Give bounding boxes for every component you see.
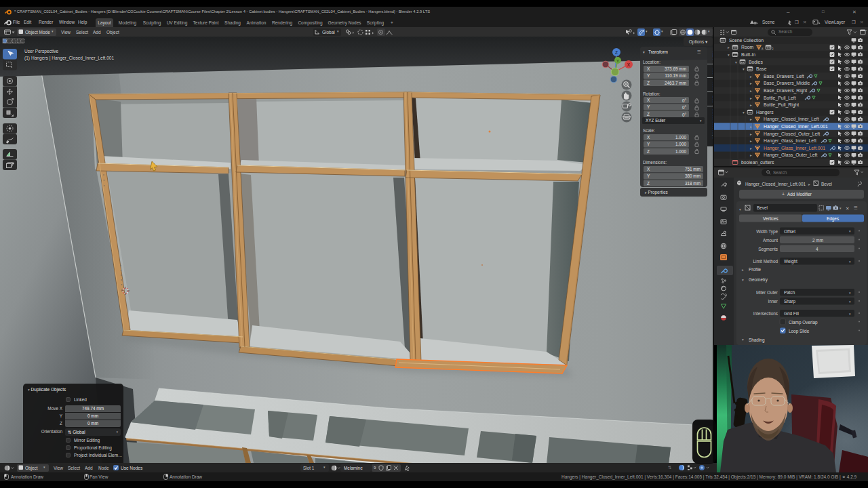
svg-text:Scene Collection: Scene Collection <box>729 38 764 43</box>
svg-text:Y: Y <box>647 73 650 78</box>
svg-text:Sharp: Sharp <box>784 299 795 304</box>
svg-text:Search: Search <box>773 170 787 175</box>
svg-text:Y: Y <box>647 174 650 178</box>
svg-text:Bottle_Pull_Right: Bottle_Pull_Right <box>764 102 799 108</box>
svg-text:▾: ▾ <box>743 67 745 71</box>
svg-text:▸: ▸ <box>728 45 730 49</box>
svg-text:Edges: Edges <box>827 216 839 222</box>
svg-text:Bottle_Pull_Left: Bottle_Pull_Left <box>764 96 796 101</box>
svg-text:▸: ▸ <box>750 132 752 136</box>
svg-text:Hangers: Hangers <box>756 110 774 115</box>
svg-text:▾: ▾ <box>743 110 745 115</box>
svg-text:▸: ▸ <box>750 103 752 107</box>
svg-text:▸: ▸ <box>750 96 752 100</box>
svg-text:Y: Y <box>647 104 650 109</box>
svg-text:Z: Z <box>647 149 650 154</box>
svg-text:4: 4 <box>816 247 818 251</box>
svg-text:1.000: 1.000 <box>675 142 686 146</box>
svg-text:☰: ☰ <box>854 205 858 210</box>
svg-text:380 mm: 380 mm <box>685 174 701 178</box>
svg-text:Bevel: Bevel <box>757 205 768 210</box>
svg-text:Built-In: Built-In <box>741 52 755 57</box>
svg-text:Location:: Location: <box>643 60 660 64</box>
svg-text:Y: Y <box>616 59 619 63</box>
svg-text:Transform: Transform <box>648 49 668 54</box>
svg-text:Scale:: Scale: <box>643 128 655 133</box>
svg-text:373.69 mm: 373.69 mm <box>665 66 686 71</box>
svg-text:▾: ▾ <box>735 60 737 64</box>
svg-text:Miter Outer: Miter Outer <box>756 290 778 295</box>
svg-text:Base_Drawers_Left: Base_Drawers_Left <box>764 74 804 79</box>
svg-text:▸: ▸ <box>742 268 744 272</box>
svg-text:Rotation:: Rotation: <box>643 92 660 96</box>
svg-text:Z: Z <box>615 50 618 55</box>
svg-text:Hanger_Glass_Inner_Left.001: Hanger_Glass_Inner_Left.001 <box>764 146 825 151</box>
svg-text:boolean_cutters: boolean_cutters <box>741 160 774 165</box>
svg-text:X: X <box>647 167 650 171</box>
svg-text:▾: ▾ <box>643 50 645 54</box>
svg-text:1.000: 1.000 <box>675 135 686 140</box>
svg-text:▾: ▾ <box>742 278 744 282</box>
svg-text:Patch: Patch <box>784 290 795 295</box>
svg-text:2463.7 mm: 2463.7 mm <box>665 81 686 85</box>
svg-text:▸: ▸ <box>750 125 752 129</box>
svg-text:Z: Z <box>647 112 650 117</box>
svg-text:Hanger_Closed_Inner_Left.001: Hanger_Closed_Inner_Left.001 <box>745 182 806 187</box>
svg-text:▸: ▸ <box>750 75 752 79</box>
svg-text:▸: ▸ <box>750 89 752 93</box>
svg-text:Amount: Amount <box>763 238 778 243</box>
svg-text:1.000: 1.000 <box>675 149 686 154</box>
svg-text:Loop Slide: Loop Slide <box>789 329 810 334</box>
svg-text:Offset: Offset <box>784 229 795 234</box>
svg-text:Weight: Weight <box>784 259 797 264</box>
svg-text:Shading: Shading <box>749 338 765 343</box>
svg-text:Z: Z <box>647 81 650 85</box>
svg-text:Hanger_Closed_Inner_Left.001: Hanger_Closed_Inner_Left.001 <box>764 124 828 129</box>
svg-text:▾: ▾ <box>739 207 741 211</box>
svg-text:Base_Drawers_Middle: Base_Drawers_Middle <box>764 81 810 86</box>
svg-text:X: X <box>627 62 631 67</box>
svg-text:Hanger_Glass_Inner_Left: Hanger_Glass_Inner_Left <box>764 138 816 144</box>
svg-text:▸: ▸ <box>750 81 752 85</box>
svg-text:▸: ▸ <box>808 182 810 186</box>
svg-text:Room: Room <box>741 45 753 49</box>
svg-text:Base_Drawers_Right: Base_Drawers_Right <box>764 88 807 94</box>
svg-text:318 mm: 318 mm <box>685 181 701 186</box>
svg-text:0°: 0° <box>682 105 687 110</box>
svg-text:110.19 mm: 110.19 mm <box>665 73 687 78</box>
svg-text:X: X <box>647 66 650 71</box>
svg-text:▸: ▸ <box>750 153 752 157</box>
svg-text:Z: Z <box>647 181 650 186</box>
svg-text:Profile: Profile <box>749 267 762 272</box>
svg-text:Intersections: Intersections <box>753 311 778 316</box>
svg-text:☰: ☰ <box>697 49 701 54</box>
svg-text:Dimensions:: Dimensions: <box>643 160 667 165</box>
svg-text:Hanger_Glass_Outer_Left: Hanger_Glass_Outer_Left <box>764 152 817 158</box>
svg-text:Bodies: Bodies <box>749 60 763 64</box>
svg-text:XYZ Euler: XYZ Euler <box>646 118 666 123</box>
svg-text:▸: ▸ <box>750 146 752 150</box>
svg-text:Base: Base <box>756 66 767 71</box>
svg-text:Bevel: Bevel <box>821 182 832 186</box>
svg-text:Hanger_Closed_Outer_Left: Hanger_Closed_Outer_Left <box>764 131 820 137</box>
svg-text:Width Type: Width Type <box>756 229 778 235</box>
svg-text:Inner: Inner <box>768 299 778 304</box>
svg-text:0°: 0° <box>682 113 687 117</box>
svg-text:Clamp Overlap: Clamp Overlap <box>789 320 818 325</box>
svg-text:Limit Method: Limit Method <box>753 259 778 264</box>
svg-text:Add Modifier: Add Modifier <box>787 192 812 197</box>
svg-text:Y: Y <box>647 142 650 146</box>
svg-text:°: ° <box>865 29 867 33</box>
svg-text:+: + <box>782 192 785 197</box>
svg-text:Vertices: Vertices <box>763 216 778 221</box>
svg-text:▸: ▸ <box>750 117 752 121</box>
svg-text:Grid Fill: Grid Fill <box>784 311 799 316</box>
svg-text:Hanger_Closed_Inner_Left: Hanger_Closed_Inner_Left <box>764 117 819 122</box>
svg-text:X: X <box>647 135 650 140</box>
svg-text:0°: 0° <box>682 98 687 103</box>
svg-text:▸: ▸ <box>750 139 752 143</box>
svg-text:✕: ✕ <box>846 206 849 211</box>
svg-text:2 mm: 2 mm <box>812 238 823 243</box>
svg-text:▾: ▾ <box>742 338 744 342</box>
svg-text:Geometry: Geometry <box>749 277 768 283</box>
